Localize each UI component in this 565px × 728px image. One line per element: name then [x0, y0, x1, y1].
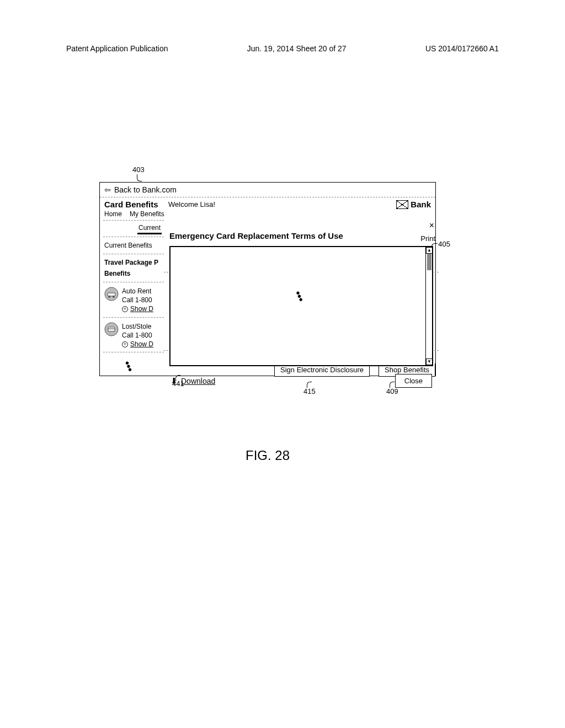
sidebar: Current Current Benefits Travel Package …	[100, 220, 164, 376]
title-row: Card Benefits Welcome Lisa! Bank	[100, 197, 435, 209]
print-link[interactable]: Print	[420, 234, 435, 243]
tab-current[interactable]: Current	[137, 224, 162, 234]
close-icon[interactable]: ×	[429, 221, 434, 230]
header-center: Jun. 19, 2014 Sheet 20 of 27	[247, 44, 347, 53]
benefit-line2: Call 1-800	[122, 331, 153, 340]
plus-icon: +	[122, 341, 128, 347]
main-area: × Emergency Card Replacement Terms of Us…	[164, 220, 435, 376]
ellipsis-icon: • • •	[296, 291, 301, 301]
benefit-line2: Call 1-800	[122, 296, 153, 304]
back-link[interactable]: ⇦ Back to Bank.com	[100, 183, 435, 197]
ellipsis-icon: • • •	[103, 352, 164, 376]
benefit-line1: Lost/Stole	[122, 322, 153, 331]
download-label: Download	[181, 377, 215, 386]
scrollbar[interactable]: ▲ ▼	[425, 247, 432, 365]
figure-caption: FIG. 28	[99, 448, 436, 463]
ref-label-403: 403	[132, 165, 145, 174]
welcome-text: Welcome Lisa!	[165, 200, 396, 208]
current-benefits-label: Current Benefits	[104, 242, 152, 249]
svg-point-3	[113, 296, 115, 298]
benefit-item-auto-rental: Auto Rent Call 1-800 + Show D	[103, 282, 164, 318]
tab-strip: Current	[103, 220, 164, 237]
content-row: Current Current Benefits Travel Package …	[100, 220, 435, 376]
app-window: ⇦ Back to Bank.com Card Benefits Welcome…	[99, 182, 436, 376]
nav-row: Home My Benefits	[100, 209, 435, 220]
show-details-link[interactable]: + Show D	[122, 304, 153, 313]
sidebar-travel-pkg: Travel Package P Benefits	[103, 254, 164, 282]
terms-textarea[interactable]: • • • ▲ ▼	[169, 246, 433, 366]
show-label: Show D	[130, 304, 153, 313]
benefit-item-lost-stolen: Lost/Stole Call 1-800 + Show D	[103, 318, 164, 353]
travel-pkg-label: Travel Package P	[104, 259, 163, 266]
svg-point-2	[108, 296, 110, 298]
benefits-heading: Benefits	[104, 270, 163, 277]
terms-modal: × Emergency Card Replacement Terms of Us…	[164, 220, 439, 395]
patent-header: Patent Application Publication Jun. 19, …	[66, 44, 499, 53]
scroll-up-icon[interactable]: ▲	[426, 247, 433, 254]
header-left: Patent Application Publication	[66, 44, 168, 53]
figure-wrap: 403 405 ⇦ Back to Bank.com Card Benefits…	[99, 182, 436, 463]
plus-icon: +	[122, 306, 128, 312]
nav-home[interactable]: Home	[104, 210, 122, 218]
car-icon	[104, 287, 119, 301]
nav-my-benefits[interactable]: My Benefits	[130, 210, 164, 218]
ref-label-405: 405	[438, 240, 450, 248]
modal-footer: ⬇ Download Close	[169, 371, 433, 393]
svg-rect-1	[108, 293, 115, 296]
show-details-link[interactable]: + Show D	[122, 340, 153, 349]
back-label: Back to Bank.com	[114, 185, 177, 194]
download-link[interactable]: ⬇ Download	[170, 377, 215, 386]
bank-logo-icon	[396, 200, 408, 209]
bank-brand: Bank	[396, 200, 431, 209]
sidebar-current-benefits: Current Benefits	[103, 237, 164, 254]
close-button[interactable]: Close	[395, 374, 432, 388]
svg-rect-5	[108, 327, 115, 331]
show-label: Show D	[130, 340, 153, 349]
scroll-thumb[interactable]	[427, 254, 431, 270]
bank-label: Bank	[411, 200, 431, 209]
card-lock-icon	[104, 322, 119, 336]
page-title: Card Benefits	[104, 200, 165, 209]
scroll-down-icon[interactable]: ▼	[426, 358, 433, 365]
benefit-text: Lost/Stole Call 1-800 + Show D	[122, 322, 153, 349]
benefit-text: Auto Rent Call 1-800 + Show D	[122, 287, 153, 314]
header-right: US 2014/0172660 A1	[425, 44, 499, 53]
download-icon: ⬇	[170, 377, 178, 385]
arrow-left-icon: ⇦	[104, 186, 111, 194]
benefit-line1: Auto Rent	[122, 287, 153, 296]
modal-title: Emergency Card Replacement Terms of Use	[169, 223, 433, 246]
